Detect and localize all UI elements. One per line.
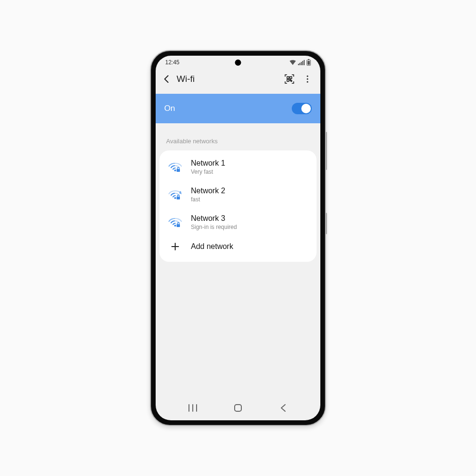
svg-rect-8 <box>287 77 289 79</box>
add-network-label: Add network <box>191 242 308 251</box>
home-icon <box>234 404 242 412</box>
network-name: Network 3 <box>191 214 308 223</box>
app-bar: Wi-fi <box>156 69 320 94</box>
recents-icon <box>188 404 198 412</box>
svg-point-13 <box>307 75 308 77</box>
svg-rect-1 <box>299 63 300 65</box>
network-subtitle: fast <box>191 196 308 203</box>
volume-button <box>326 132 327 170</box>
svg-rect-12 <box>291 80 292 81</box>
network-subtitle: Very fast <box>191 169 308 175</box>
wifi-state-label: On <box>164 104 175 113</box>
home-button[interactable] <box>224 404 252 412</box>
more-vert-icon <box>303 75 312 83</box>
svg-rect-0 <box>298 64 299 65</box>
qr-code-button[interactable] <box>283 73 296 85</box>
section-header: Available networks <box>156 123 320 150</box>
network-row[interactable]: 6 Network 2 fast <box>159 181 317 208</box>
battery-icon <box>307 59 311 66</box>
recents-button[interactable] <box>178 404 207 412</box>
svg-rect-9 <box>290 77 292 79</box>
svg-text:6: 6 <box>179 191 181 194</box>
clock-label: 12:45 <box>165 59 179 66</box>
system-nav-bar <box>156 398 320 420</box>
front-camera <box>235 60 241 66</box>
wifi-status-icon <box>289 60 296 65</box>
qr-code-icon <box>285 74 294 84</box>
network-name: Network 1 <box>191 159 308 168</box>
chevron-left-icon <box>162 75 171 83</box>
svg-rect-10 <box>287 79 289 81</box>
svg-rect-7 <box>307 61 310 65</box>
back-nav-button[interactable] <box>269 404 298 412</box>
power-button <box>326 213 327 234</box>
svg-point-15 <box>307 81 308 82</box>
plus-icon <box>168 242 182 251</box>
wifi-secure-icon <box>168 217 182 228</box>
back-button[interactable] <box>162 75 171 83</box>
add-network-row[interactable]: Add network <box>159 236 317 257</box>
screen: 12:45 Wi-fi <box>156 56 320 420</box>
network-row[interactable]: Network 3 Sign-in is required <box>159 208 317 236</box>
svg-rect-19 <box>177 197 180 199</box>
signal-icon <box>298 60 305 65</box>
svg-rect-22 <box>177 224 180 227</box>
svg-point-16 <box>174 169 176 171</box>
phone-frame: 12:45 Wi-fi <box>150 50 326 426</box>
svg-point-18 <box>174 197 176 199</box>
network-name: Network 2 <box>191 187 308 195</box>
page-title: Wi-fi <box>177 74 278 84</box>
networks-card: Network 1 Very fast 6 <box>159 150 317 262</box>
wifi-secure-icon <box>168 161 182 173</box>
network-subtitle: Sign-in is required <box>191 224 308 230</box>
svg-point-14 <box>307 78 308 79</box>
svg-rect-23 <box>235 405 241 411</box>
svg-rect-4 <box>304 60 305 65</box>
network-row[interactable]: Network 1 Very fast <box>159 153 317 181</box>
chevron-left-icon <box>280 404 287 412</box>
wifi-toggle-bar[interactable]: On <box>156 94 320 123</box>
svg-rect-17 <box>177 169 180 172</box>
svg-point-21 <box>174 225 176 227</box>
wifi-switch[interactable] <box>292 103 312 114</box>
svg-rect-3 <box>302 61 303 65</box>
status-icons <box>289 59 311 66</box>
more-menu-button[interactable] <box>301 73 314 85</box>
svg-rect-2 <box>301 62 302 65</box>
wifi6-secure-icon: 6 <box>168 189 182 200</box>
